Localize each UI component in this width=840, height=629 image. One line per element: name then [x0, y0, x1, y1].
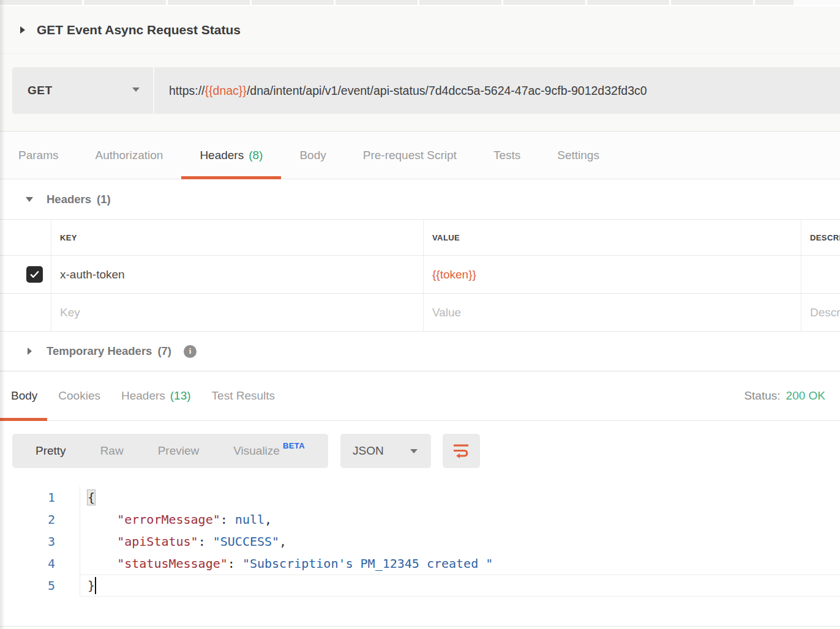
collapse-caret-icon[interactable]	[28, 348, 32, 355]
pretty-button[interactable]: Pretty	[18, 444, 83, 458]
format-label: JSON	[353, 444, 384, 458]
new-key-input[interactable]: Key	[51, 294, 423, 331]
raw-button[interactable]: Raw	[83, 444, 141, 458]
code-line-1: 1 {	[0, 486, 840, 508]
json-key-token: "errorMessage"	[117, 512, 220, 527]
workspace-tab-strip[interactable]	[0, 0, 840, 6]
json-key-token: "apiStatus"	[117, 534, 198, 549]
tab-cookies[interactable]: Cookies	[47, 371, 110, 420]
status-badge: 200 OK	[786, 389, 825, 403]
new-value-input[interactable]: Value	[423, 294, 801, 331]
url-path: /dna/intent/api/v1/event/api-status/7d4d…	[247, 84, 647, 98]
header-enabled-checkbox[interactable]	[26, 266, 43, 283]
code-line-5: 5 }	[0, 575, 840, 597]
temporary-headers-count: (7)	[157, 344, 171, 358]
response-tabbar: Body Cookies Headers (13) Test Results S…	[0, 371, 840, 421]
headers-section-count: (1)	[97, 193, 111, 206]
tab-test-results[interactable]: Test Results	[201, 371, 285, 420]
tab-authorization[interactable]: Authorization	[77, 132, 181, 179]
status-label: Status:	[744, 389, 780, 403]
format-select[interactable]: JSON	[340, 434, 431, 468]
chevron-down-icon[interactable]	[26, 197, 33, 202]
visualize-button[interactable]: Visualize BETA	[216, 444, 322, 458]
response-headers-count-badge: (13)	[170, 389, 191, 403]
view-mode-group: Pretty Raw Preview Visualize BETA	[12, 434, 328, 468]
url-protocol: https://	[169, 84, 205, 98]
headers-section-header[interactable]: Headers (1)	[0, 179, 840, 219]
check-icon	[29, 269, 40, 280]
line-number: 5	[0, 575, 55, 597]
request-title: GET Event Async Request Status	[37, 23, 241, 37]
tab-response-headers[interactable]: Headers (13)	[110, 371, 201, 420]
row-checkbox-cell	[0, 256, 51, 293]
table-row-placeholder: Key Value Description	[0, 294, 840, 332]
headers-editor: Headers (1) KEY VALUE DESCRIPTION x-auth…	[0, 179, 840, 371]
temporary-headers-title: Temporary Headers	[47, 344, 152, 358]
url-bar: GET https://{{dnac}}/dna/intent/api/v1/e…	[12, 67, 840, 114]
wrap-lines-button[interactable]	[443, 434, 480, 468]
header-value-cell[interactable]: {{token}}	[423, 256, 801, 293]
headers-table-header: KEY VALUE DESCRIPTION	[0, 219, 840, 256]
new-description-input[interactable]: Description	[801, 294, 840, 331]
text-cursor	[95, 577, 96, 594]
url-input[interactable]: https://{{dnac}}/dna/intent/api/v1/event…	[154, 67, 840, 114]
line-number: 1	[0, 486, 55, 508]
headers-count-badge: (8)	[249, 149, 263, 162]
response-pane: Body Cookies Headers (13) Test Results S…	[0, 371, 840, 629]
tab-body[interactable]: Body	[281, 132, 344, 179]
temporary-headers-section[interactable]: Temporary Headers (7) i	[0, 332, 840, 371]
column-header-key: KEY	[51, 220, 423, 255]
postman-window: GET Event Async Request Status GET https…	[0, 0, 840, 629]
collapse-caret-icon[interactable]	[20, 26, 25, 34]
column-header-value: VALUE	[423, 220, 801, 255]
tab-headers[interactable]: Headers (8)	[181, 132, 281, 179]
code-line-4: 4 "statusMessage": "Subscription's PM_12…	[0, 553, 840, 575]
tab-settings[interactable]: Settings	[539, 132, 618, 179]
header-description-cell[interactable]	[801, 256, 840, 293]
json-value-token: "SUCCESS"	[213, 534, 279, 549]
row-checkbox-cell-empty	[0, 294, 51, 331]
tab-pre-request-script[interactable]: Pre-request Script	[345, 132, 475, 179]
code-line-3: 3 "apiStatus": "SUCCESS",	[0, 530, 840, 553]
text-wrap-icon	[452, 442, 470, 459]
checkbox-column-header	[0, 220, 51, 255]
chevron-down-icon	[132, 87, 140, 92]
open-brace-token: {	[88, 490, 95, 505]
bottom-spacer	[0, 597, 840, 626]
workspace-tab-strip-end	[793, 0, 840, 5]
line-number: 4	[0, 553, 55, 575]
table-row: x-auth-token {{token}}	[0, 256, 840, 294]
request-header: GET Event Async Request Status GET https…	[0, 6, 840, 132]
column-header-description: DESCRIPTION	[801, 220, 840, 255]
response-status: Status: 200 OK	[744, 371, 840, 420]
headers-section-title: Headers	[47, 193, 91, 206]
close-brace-token: }	[88, 578, 95, 593]
tab-tests[interactable]: Tests	[475, 132, 539, 179]
request-tabs: Params Authorization Headers (8) Body Pr…	[0, 132, 840, 179]
request-title-row[interactable]: GET Event Async Request Status	[0, 6, 840, 54]
bottom-divider	[0, 626, 840, 629]
line-number: 3	[0, 530, 55, 553]
json-value-token: null	[235, 512, 264, 527]
header-key-cell[interactable]: x-auth-token	[51, 256, 423, 293]
json-value-token: "Subscription's PM_12345 created "	[242, 556, 493, 571]
url-variable: {{dnac}}	[205, 84, 247, 98]
url-row: GET https://{{dnac}}/dna/intent/api/v1/e…	[0, 54, 840, 132]
chevron-down-icon	[410, 449, 418, 453]
method-select[interactable]: GET	[12, 67, 154, 114]
json-key-token: "statusMessage"	[117, 556, 228, 571]
response-body-editor[interactable]: 1 { 2 "errorMessage": null, 3 "apiStatus…	[0, 480, 840, 597]
info-icon[interactable]: i	[184, 345, 197, 358]
preview-button[interactable]: Preview	[141, 444, 217, 458]
tab-params[interactable]: Params	[0, 132, 77, 179]
tab-response-body[interactable]: Body	[0, 371, 47, 420]
code-line-2: 2 "errorMessage": null,	[0, 508, 840, 530]
line-number: 2	[0, 508, 55, 530]
response-toolbar: Pretty Raw Preview Visualize BETA JSON	[0, 421, 840, 480]
beta-badge: BETA	[283, 441, 305, 450]
method-label: GET	[28, 84, 53, 97]
